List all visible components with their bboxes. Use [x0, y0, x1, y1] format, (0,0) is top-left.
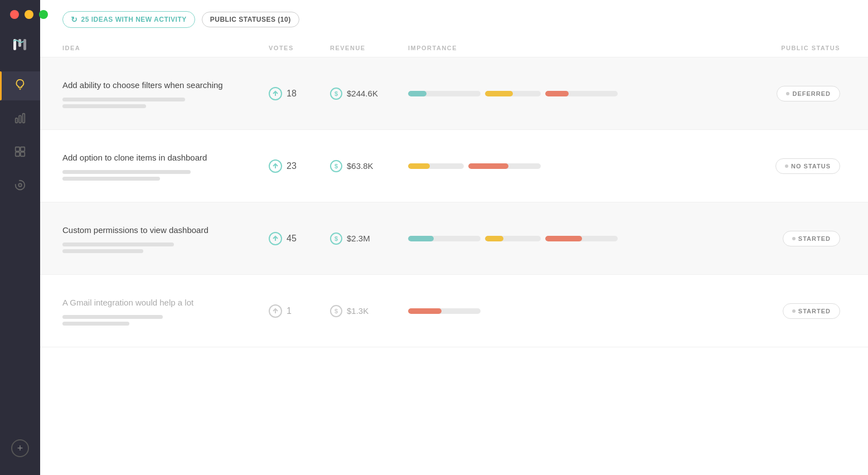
status-badge[interactable]: DEFERRED: [777, 86, 840, 101]
traffic-light-green[interactable]: [39, 10, 48, 19]
table-row[interactable]: Add option to clone items in dashboard 2…: [40, 130, 868, 202]
revenue-cell: $ $1.3K: [330, 305, 408, 317]
skeleton-line-1: [62, 315, 163, 319]
sidebar-item-ideas[interactable]: [0, 71, 40, 100]
sidebar-add-button[interactable]: +: [11, 439, 29, 457]
sidebar-item-board[interactable]: [0, 138, 40, 167]
importance-cell: [408, 236, 704, 241]
revenue-cell: $ $63.8K: [330, 160, 408, 172]
status-badge-filter[interactable]: PUBLIC STATUSES (10): [202, 12, 299, 27]
svg-rect-8: [16, 152, 20, 156]
idea-cell: A Gmail integration would help a lot: [62, 285, 269, 337]
bar-salmon-fill: [545, 91, 569, 96]
col-status[interactable]: PUBLIC STATUS: [704, 45, 846, 51]
status-dot: [785, 164, 788, 168]
traffic-light-red[interactable]: [10, 10, 19, 19]
sidebar-item-analytics[interactable]: [0, 105, 40, 134]
revenue-icon: $: [330, 160, 342, 172]
skeleton-line-1: [62, 98, 185, 101]
revenue-icon: $: [330, 232, 342, 245]
bar-salmon-item: [545, 91, 618, 96]
vote-count: 23: [287, 161, 297, 171]
vote-icon: [269, 232, 282, 245]
importance-cell: [408, 163, 704, 169]
traffic-lights: [10, 10, 48, 19]
idea-title: Custom permissions to view dashboard: [62, 224, 269, 236]
bar-salmon-item: [545, 236, 618, 241]
col-importance: IMPORTANCE: [408, 45, 704, 51]
status-cell: STARTED: [704, 231, 846, 246]
status-badge[interactable]: NO STATUS: [775, 158, 840, 174]
table-row[interactable]: Custom permissions to view dashboard 45 …: [40, 202, 868, 275]
bar-yellow-track: [485, 236, 541, 241]
revenue-cell: $ $2.3M: [330, 232, 408, 245]
sidebar: +: [0, 0, 40, 475]
bar-salmon-track: [545, 91, 618, 96]
status-badge-label: PUBLIC STATUSES (10): [210, 16, 291, 23]
table-row[interactable]: Add ability to choose filters when searc…: [40, 57, 868, 130]
topbar: ↻ 25 IDEAS WITH NEW ACTIVITY PUBLIC STAT…: [40, 0, 868, 39]
table-row[interactable]: A Gmail integration would help a lot 1 $…: [40, 275, 868, 347]
vote-icon: [269, 159, 282, 173]
svg-rect-4: [19, 115, 21, 123]
bar-salmon-track: [408, 308, 481, 314]
skeleton-line-1: [62, 243, 174, 246]
idea-title: Add ability to choose filters when searc…: [62, 79, 269, 91]
bar-yellow-item: [408, 163, 464, 169]
svg-rect-3: [16, 118, 18, 123]
main-content: ↻ 25 IDEAS WITH NEW ACTIVITY PUBLIC STAT…: [40, 0, 868, 475]
revenue-value: $2.3M: [347, 234, 370, 243]
idea-cell: Add ability to choose filters when searc…: [62, 68, 269, 119]
traffic-light-yellow[interactable]: [25, 10, 33, 19]
bar-group: [408, 236, 692, 241]
bar-yellow-fill: [485, 236, 503, 241]
bar-salmon-item: [408, 308, 481, 314]
status-badge[interactable]: STARTED: [783, 231, 840, 246]
status-cell: STARTED: [704, 303, 846, 319]
revenue-value: $244.6K: [347, 89, 378, 98]
skeleton-line-2: [62, 104, 146, 108]
activity-badge-label: 25 IDEAS WITH NEW ACTIVITY: [81, 16, 187, 23]
svg-point-10: [16, 180, 25, 190]
vote-icon: [269, 87, 282, 100]
vote-count: 45: [287, 234, 297, 244]
vote-icon: [269, 304, 282, 318]
sidebar-logo[interactable]: [9, 33, 31, 56]
idea-title: A Gmail integration would help a lot: [62, 297, 269, 308]
importance-cell: [408, 308, 704, 314]
skeleton-lines: [62, 98, 269, 108]
bar-yellow-item: [485, 91, 541, 96]
skeleton-line-2: [62, 177, 160, 181]
svg-point-11: [18, 183, 22, 187]
skeleton-lines: [62, 170, 269, 181]
bar-teal-item: [408, 236, 481, 241]
skeleton-lines: [62, 315, 269, 326]
activity-badge[interactable]: ↻ 25 IDEAS WITH NEW ACTIVITY: [62, 11, 195, 28]
bar-chart-icon: [14, 112, 26, 127]
activity-icon: ↻: [71, 15, 78, 24]
status-dot: [786, 92, 789, 95]
vote-count: 1: [287, 306, 292, 316]
votes-cell: 23: [269, 159, 330, 173]
loader-icon: [14, 179, 26, 194]
bar-group: [408, 91, 692, 96]
svg-rect-2: [23, 39, 26, 50]
status-label: NO STATUS: [791, 163, 831, 169]
bar-salmon-fill: [408, 308, 442, 314]
bar-teal-fill: [408, 91, 426, 96]
status-badge[interactable]: STARTED: [783, 303, 840, 319]
bar-teal-item: [408, 91, 481, 96]
importance-cell: [408, 91, 704, 96]
revenue-icon: $: [330, 88, 342, 100]
sidebar-item-loader[interactable]: [0, 172, 40, 201]
revenue-value: $1.3K: [347, 306, 368, 316]
skeleton-line-1: [62, 170, 191, 174]
col-votes: VOTES: [269, 45, 330, 51]
grid-icon: [14, 146, 26, 161]
col-revenue: REVENUE: [330, 45, 408, 51]
status-label: DEFERRED: [792, 90, 831, 97]
bar-yellow-track: [408, 163, 464, 169]
bar-salmon-track: [468, 163, 541, 169]
bar-group: [408, 163, 692, 169]
bar-teal-track: [408, 236, 481, 241]
